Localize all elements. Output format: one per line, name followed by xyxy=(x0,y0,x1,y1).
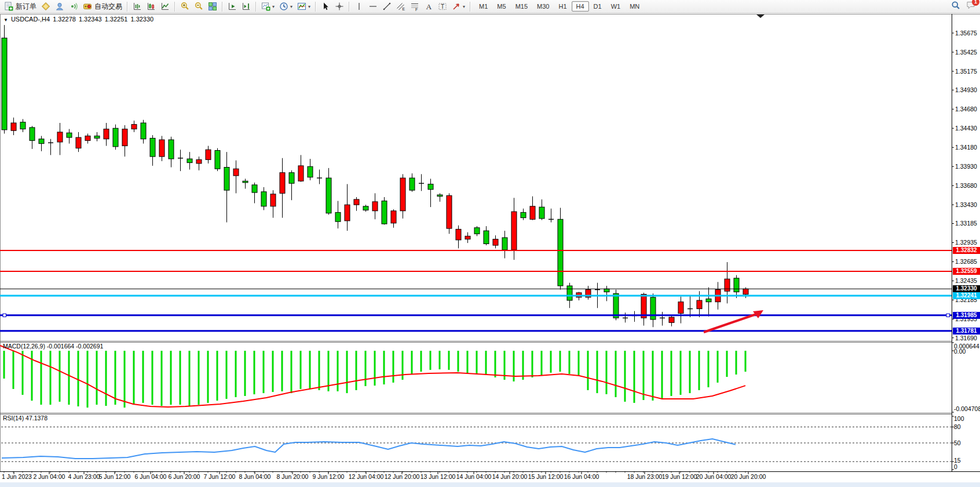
chart-window: ▼USDCAD-,H41.322781.323431.322511.32330 … xyxy=(0,14,980,487)
vertical-line-tool-button[interactable] xyxy=(352,0,366,13)
quote-low: 1.32251 xyxy=(105,16,128,23)
time-axis-label: 5 Jun 12:00 xyxy=(99,473,131,480)
chart-shift-marker[interactable] xyxy=(756,14,765,18)
timeframe-h1[interactable]: H1 xyxy=(554,1,571,12)
notifications-button[interactable]: 1 xyxy=(966,1,975,12)
new-chart-button[interactable]: ▾ xyxy=(259,0,277,13)
chevron-down-icon[interactable]: ▾ xyxy=(308,4,310,9)
chart-title: ▼USDCAD-,H41.322781.323431.322511.32330 xyxy=(3,16,156,23)
toolbar-separator xyxy=(127,2,128,12)
line-chart-mode-button[interactable] xyxy=(158,0,172,13)
toolbar-separator xyxy=(349,2,350,12)
rsi-axis-label: 50 xyxy=(954,439,961,446)
signals-button[interactable] xyxy=(67,0,81,13)
bull-candle xyxy=(113,128,118,147)
chart-shift-button[interactable] xyxy=(239,0,253,13)
arrows-tool-button[interactable]: ▾ xyxy=(449,0,467,13)
tile-windows-button[interactable] xyxy=(206,0,220,13)
time-axis-label: 2 Jun 04:00 xyxy=(34,473,65,480)
notification-badge: 1 xyxy=(972,0,979,6)
fibonacci-tool-button[interactable]: F xyxy=(408,0,422,13)
bear-candle xyxy=(159,140,164,157)
timeframe-h4[interactable]: H4 xyxy=(572,1,589,12)
rsi-indicator-label: RSI(14) 47.1378 xyxy=(3,415,47,421)
text-tool-button[interactable]: A xyxy=(422,0,436,13)
trendline-tool-button[interactable] xyxy=(380,0,394,13)
chevron-down-icon[interactable]: ▾ xyxy=(463,4,465,9)
new-order-button[interactable]: 新订单 xyxy=(2,0,39,13)
timeframe-w1[interactable]: W1 xyxy=(606,1,626,12)
bull-candle xyxy=(502,238,507,250)
crosshair-tool-button[interactable] xyxy=(332,0,346,13)
time-axis-label: 8 Jun 20:00 xyxy=(277,473,309,480)
trendline-icon xyxy=(382,2,392,11)
candlestick-mode-button[interactable] xyxy=(144,0,158,13)
time-axis-label: 20 Jun 04:00 xyxy=(696,473,732,480)
time-axis-label: 6 Jun 20:00 xyxy=(169,473,200,480)
bear-candle xyxy=(206,150,211,159)
price-tag-1.31985: 1.31985 xyxy=(953,312,980,319)
time-axis-label: 13 Jun 12:00 xyxy=(420,473,456,480)
symbol-dropdown-icon[interactable]: ▼ xyxy=(3,17,8,23)
horizontal-line-tool-button[interactable] xyxy=(366,0,380,13)
candlestick-icon xyxy=(147,2,156,11)
quote-open: 1.32278 xyxy=(53,16,76,23)
chart-symbol: USDCAD-,H4 xyxy=(11,16,50,23)
bull-candle xyxy=(20,122,25,129)
time-axis-label: 8 Jun 04:00 xyxy=(239,473,271,480)
bear-candle xyxy=(743,289,748,294)
bear-candle xyxy=(697,300,702,309)
bear-candle xyxy=(11,123,16,130)
timeframe-m30[interactable]: M30 xyxy=(532,1,554,12)
text-label-tool-button[interactable]: T xyxy=(436,0,449,13)
bull-candle xyxy=(558,219,563,286)
trend-arrow-shaft[interactable] xyxy=(704,314,758,332)
bull-candle xyxy=(67,133,72,137)
bull-candle xyxy=(252,185,257,192)
quote-high: 1.32343 xyxy=(79,16,102,23)
price-axis-label: 1.34430 xyxy=(955,125,977,132)
time-axis-label: 12 Jun 04:00 xyxy=(349,473,384,480)
auto-trading-button[interactable]: 自动交易 xyxy=(81,0,125,13)
timeframe-d1[interactable]: D1 xyxy=(589,1,606,12)
timeframe-m5[interactable]: M5 xyxy=(492,1,510,12)
search-button[interactable] xyxy=(951,1,960,12)
zoom-out-button[interactable] xyxy=(192,0,206,13)
market-watch-button[interactable] xyxy=(53,0,67,13)
price-axis-label: 1.33680 xyxy=(955,182,977,189)
chevron-down-icon[interactable]: ▾ xyxy=(290,4,292,9)
rsi-axis-label: 0 xyxy=(954,463,957,470)
window-bottom-edge xyxy=(0,482,980,487)
equidistant-channel-tool-button[interactable]: E xyxy=(394,0,408,13)
indicators-button[interactable]: ▾ xyxy=(295,0,313,13)
time-axis-label: 19 Jun 12:00 xyxy=(662,473,697,480)
bull-candle xyxy=(326,178,331,213)
periods-button[interactable]: ▾ xyxy=(277,0,295,13)
chevron-down-icon[interactable]: ▾ xyxy=(272,4,275,9)
auto-scroll-button[interactable] xyxy=(225,0,239,13)
time-axis-label: 1 Jun 2023 xyxy=(2,473,32,480)
bull-candle xyxy=(706,299,711,301)
profile-button[interactable] xyxy=(39,0,53,13)
auto-scroll-icon xyxy=(228,2,237,11)
bull-candle xyxy=(289,173,294,183)
line-selection-handle[interactable] xyxy=(946,314,949,317)
cursor-tool-button[interactable] xyxy=(319,0,332,13)
bull-candle xyxy=(539,207,544,219)
channel-icon: E xyxy=(396,2,405,11)
price-chart-canvas[interactable] xyxy=(0,14,980,487)
bear-candle xyxy=(196,159,202,163)
bear-candle xyxy=(456,229,461,239)
bull-candle xyxy=(521,212,526,217)
line-selection-handle[interactable] xyxy=(3,314,6,317)
timeframe-m1[interactable]: M1 xyxy=(474,1,492,12)
toolbar-separator xyxy=(222,2,223,12)
zoom-in-button[interactable] xyxy=(178,0,192,13)
timeframe-m15[interactable]: M15 xyxy=(511,1,532,12)
price-tag-1.32559: 1.32559 xyxy=(953,268,980,275)
bull-candle xyxy=(308,166,313,177)
timeframe-mn[interactable]: MN xyxy=(625,1,644,12)
svg-text:E: E xyxy=(403,7,405,11)
bar-chart-mode-button[interactable] xyxy=(130,0,144,13)
zoom-in-icon xyxy=(180,2,189,11)
